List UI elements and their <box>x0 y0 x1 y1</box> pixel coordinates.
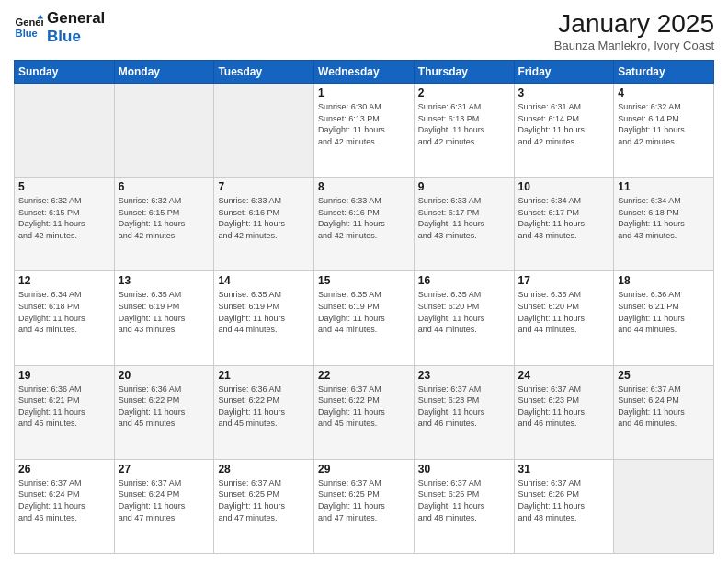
day-info: Sunrise: 6:37 AM Sunset: 6:26 PM Dayligh… <box>518 477 610 523</box>
calendar-col-header: Saturday <box>614 61 714 84</box>
day-info: Sunrise: 6:37 AM Sunset: 6:25 PM Dayligh… <box>418 477 510 523</box>
day-info: Sunrise: 6:36 AM Sunset: 6:22 PM Dayligh… <box>218 384 310 430</box>
logo-blue: Blue <box>47 28 105 46</box>
calendar-cell: 23Sunrise: 6:37 AM Sunset: 6:23 PM Dayli… <box>414 365 514 459</box>
calendar-week-row: 1Sunrise: 6:30 AM Sunset: 6:13 PM Daylig… <box>15 84 714 178</box>
day-info: Sunrise: 6:33 AM Sunset: 6:17 PM Dayligh… <box>418 195 510 241</box>
day-info: Sunrise: 6:32 AM Sunset: 6:15 PM Dayligh… <box>119 195 210 241</box>
calendar-cell: 12Sunrise: 6:34 AM Sunset: 6:18 PM Dayli… <box>15 271 115 365</box>
day-info: Sunrise: 6:30 AM Sunset: 6:13 PM Dayligh… <box>318 101 410 147</box>
subtitle: Baunza Manlekro, Ivory Coast <box>554 39 714 52</box>
calendar-cell <box>214 84 314 178</box>
calendar-cell: 5Sunrise: 6:32 AM Sunset: 6:15 PM Daylig… <box>15 178 115 271</box>
calendar-col-header: Tuesday <box>214 61 314 84</box>
calendar-cell: 30Sunrise: 6:37 AM Sunset: 6:25 PM Dayli… <box>414 459 514 553</box>
calendar-col-header: Friday <box>514 61 614 84</box>
day-number: 2 <box>418 86 510 99</box>
day-info: Sunrise: 6:36 AM Sunset: 6:20 PM Dayligh… <box>518 289 610 335</box>
calendar-cell: 22Sunrise: 6:37 AM Sunset: 6:22 PM Dayli… <box>314 365 415 459</box>
calendar-cell: 24Sunrise: 6:37 AM Sunset: 6:23 PM Dayli… <box>514 365 614 459</box>
title-block: January 2025 Baunza Manlekro, Ivory Coas… <box>554 9 714 52</box>
calendar-cell: 2Sunrise: 6:31 AM Sunset: 6:13 PM Daylig… <box>414 84 514 178</box>
day-number: 23 <box>418 369 510 382</box>
day-number: 28 <box>218 463 310 476</box>
day-info: Sunrise: 6:36 AM Sunset: 6:21 PM Dayligh… <box>618 289 710 335</box>
calendar-cell: 18Sunrise: 6:36 AM Sunset: 6:21 PM Dayli… <box>614 271 714 365</box>
day-info: Sunrise: 6:33 AM Sunset: 6:16 PM Dayligh… <box>218 195 310 241</box>
calendar-col-header: Sunday <box>15 61 115 84</box>
day-number: 25 <box>618 369 710 382</box>
day-number: 19 <box>18 369 110 382</box>
day-number: 9 <box>418 180 510 193</box>
day-info: Sunrise: 6:31 AM Sunset: 6:13 PM Dayligh… <box>418 101 510 147</box>
day-number: 15 <box>318 274 410 287</box>
calendar-cell: 9Sunrise: 6:33 AM Sunset: 6:17 PM Daylig… <box>414 178 514 271</box>
calendar-cell <box>614 459 714 553</box>
calendar-cell: 6Sunrise: 6:32 AM Sunset: 6:15 PM Daylig… <box>114 178 214 271</box>
calendar-cell: 11Sunrise: 6:34 AM Sunset: 6:18 PM Dayli… <box>614 178 714 271</box>
day-info: Sunrise: 6:37 AM Sunset: 6:23 PM Dayligh… <box>418 384 510 430</box>
calendar-cell: 29Sunrise: 6:37 AM Sunset: 6:25 PM Dayli… <box>314 459 415 553</box>
day-number: 10 <box>518 180 610 193</box>
day-number: 4 <box>618 86 710 99</box>
calendar-week-row: 26Sunrise: 6:37 AM Sunset: 6:24 PM Dayli… <box>15 459 714 553</box>
calendar-cell: 3Sunrise: 6:31 AM Sunset: 6:14 PM Daylig… <box>514 84 614 178</box>
day-number: 20 <box>119 369 210 382</box>
calendar-cell <box>114 84 214 178</box>
day-number: 21 <box>218 369 310 382</box>
day-info: Sunrise: 6:31 AM Sunset: 6:14 PM Dayligh… <box>518 101 610 147</box>
calendar-cell: 27Sunrise: 6:37 AM Sunset: 6:24 PM Dayli… <box>114 459 214 553</box>
calendar-col-header: Wednesday <box>314 61 415 84</box>
calendar-col-header: Thursday <box>414 61 514 84</box>
day-info: Sunrise: 6:37 AM Sunset: 6:24 PM Dayligh… <box>119 477 210 523</box>
day-info: Sunrise: 6:32 AM Sunset: 6:14 PM Dayligh… <box>618 101 710 147</box>
month-year: January 2025 <box>554 9 714 39</box>
day-info: Sunrise: 6:37 AM Sunset: 6:24 PM Dayligh… <box>618 384 710 430</box>
logo: General Blue General Blue <box>14 9 105 47</box>
day-info: Sunrise: 6:34 AM Sunset: 6:18 PM Dayligh… <box>18 289 110 335</box>
calendar-week-row: 19Sunrise: 6:36 AM Sunset: 6:21 PM Dayli… <box>15 365 714 459</box>
header: General Blue General Blue January 2025 B… <box>14 9 714 52</box>
day-number: 24 <box>518 369 610 382</box>
calendar-cell: 7Sunrise: 6:33 AM Sunset: 6:16 PM Daylig… <box>214 178 314 271</box>
page: General Blue General Blue January 2025 B… <box>0 0 728 563</box>
calendar-header-row: SundayMondayTuesdayWednesdayThursdayFrid… <box>15 61 714 84</box>
day-info: Sunrise: 6:37 AM Sunset: 6:22 PM Dayligh… <box>318 384 410 430</box>
day-info: Sunrise: 6:34 AM Sunset: 6:17 PM Dayligh… <box>518 195 610 241</box>
calendar-cell: 8Sunrise: 6:33 AM Sunset: 6:16 PM Daylig… <box>314 178 415 271</box>
day-info: Sunrise: 6:37 AM Sunset: 6:25 PM Dayligh… <box>218 477 310 523</box>
day-number: 18 <box>618 274 710 287</box>
calendar-cell: 13Sunrise: 6:35 AM Sunset: 6:19 PM Dayli… <box>114 271 214 365</box>
day-number: 1 <box>318 86 410 99</box>
day-info: Sunrise: 6:33 AM Sunset: 6:16 PM Dayligh… <box>318 195 410 241</box>
day-number: 26 <box>18 463 110 476</box>
day-number: 3 <box>518 86 610 99</box>
day-info: Sunrise: 6:34 AM Sunset: 6:18 PM Dayligh… <box>618 195 710 241</box>
calendar-cell: 28Sunrise: 6:37 AM Sunset: 6:25 PM Dayli… <box>214 459 314 553</box>
day-number: 6 <box>119 180 210 193</box>
day-number: 27 <box>119 463 210 476</box>
calendar-cell: 19Sunrise: 6:36 AM Sunset: 6:21 PM Dayli… <box>15 365 115 459</box>
day-info: Sunrise: 6:35 AM Sunset: 6:19 PM Dayligh… <box>318 289 410 335</box>
calendar-cell: 4Sunrise: 6:32 AM Sunset: 6:14 PM Daylig… <box>614 84 714 178</box>
calendar-cell: 15Sunrise: 6:35 AM Sunset: 6:19 PM Dayli… <box>314 271 415 365</box>
calendar-cell: 14Sunrise: 6:35 AM Sunset: 6:19 PM Dayli… <box>214 271 314 365</box>
calendar-cell: 10Sunrise: 6:34 AM Sunset: 6:17 PM Dayli… <box>514 178 614 271</box>
day-info: Sunrise: 6:32 AM Sunset: 6:15 PM Dayligh… <box>18 195 110 241</box>
day-info: Sunrise: 6:37 AM Sunset: 6:24 PM Dayligh… <box>18 477 110 523</box>
calendar-week-row: 12Sunrise: 6:34 AM Sunset: 6:18 PM Dayli… <box>15 271 714 365</box>
calendar-cell <box>15 84 115 178</box>
calendar-table: SundayMondayTuesdayWednesdayThursdayFrid… <box>14 60 714 554</box>
logo-general: General <box>47 9 105 28</box>
calendar-col-header: Monday <box>114 61 214 84</box>
calendar-cell: 25Sunrise: 6:37 AM Sunset: 6:24 PM Dayli… <box>614 365 714 459</box>
day-number: 13 <box>119 274 210 287</box>
day-info: Sunrise: 6:35 AM Sunset: 6:19 PM Dayligh… <box>119 289 210 335</box>
day-number: 29 <box>318 463 410 476</box>
day-number: 7 <box>218 180 310 193</box>
day-number: 30 <box>418 463 510 476</box>
day-number: 11 <box>618 180 710 193</box>
day-number: 31 <box>518 463 610 476</box>
calendar-cell: 1Sunrise: 6:30 AM Sunset: 6:13 PM Daylig… <box>314 84 415 178</box>
day-info: Sunrise: 6:35 AM Sunset: 6:19 PM Dayligh… <box>218 289 310 335</box>
